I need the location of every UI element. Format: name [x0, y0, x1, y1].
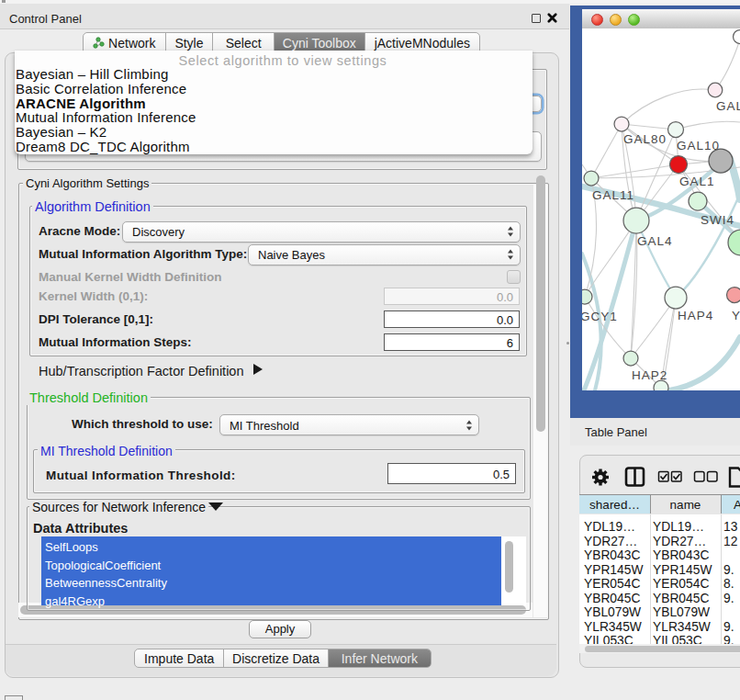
svg-text:GAL2: GAL2 — [716, 99, 740, 113]
svg-text:YB: YB — [732, 309, 740, 322]
svg-text:GAL1: GAL1 — [679, 175, 715, 188]
svg-text:GAL80: GAL80 — [623, 132, 667, 146]
svg-text:GCY1: GCY1 — [582, 310, 618, 323]
svg-text:HAP4: HAP4 — [678, 309, 713, 322]
svg-text:GAL11: GAL11 — [592, 188, 634, 202]
svg-text:GAL10: GAL10 — [677, 139, 720, 152]
svg-text:SWI4: SWI4 — [701, 213, 734, 227]
svg-text:GAL4: GAL4 — [637, 234, 673, 248]
svg-text:HAP2: HAP2 — [632, 368, 667, 382]
